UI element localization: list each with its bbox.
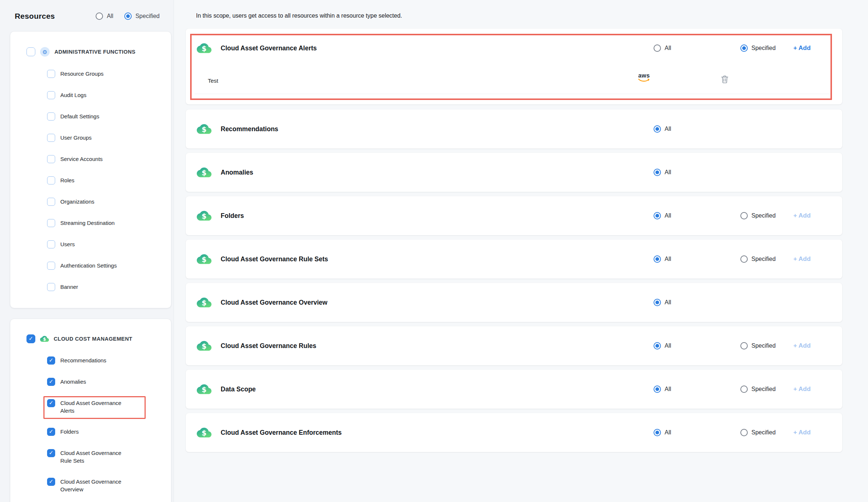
resource-checkbox-item[interactable]: Service Accounts — [47, 155, 166, 163]
checkbox-icon — [47, 428, 55, 436]
resource-group-card: ⚙ ADMINISTRATIVE FUNCTIONS Resource Grou… — [10, 32, 171, 308]
resource-checkbox-item[interactable]: Resource Groups — [47, 70, 166, 78]
all-radio[interactable]: All — [654, 255, 671, 263]
resource-item-label: Anomalies — [60, 378, 86, 386]
all-radio[interactable]: All — [654, 212, 671, 219]
resource-type-row: $ Data Scope All Specified + Add — [186, 370, 842, 409]
checkbox-icon — [47, 240, 55, 248]
specified-radio[interactable]: Specified — [740, 44, 776, 52]
resources-specified-radio[interactable]: Specified — [124, 12, 160, 20]
radio-label: All — [665, 299, 671, 306]
resource-checkbox-item[interactable]: Cloud Asset Governance Overview — [47, 478, 166, 493]
specified-radio[interactable]: Specified — [740, 342, 776, 349]
checkbox-icon — [47, 449, 55, 457]
specified-radio[interactable]: Specified — [740, 212, 776, 219]
all-radio[interactable]: All — [654, 386, 671, 393]
specified-radio[interactable]: Specified — [740, 255, 776, 263]
svg-text:$: $ — [202, 212, 206, 220]
cloud-dollar-icon: $ — [40, 334, 49, 343]
delete-entry-button[interactable] — [720, 74, 730, 84]
radio-icon — [740, 342, 748, 349]
resource-checkbox-item[interactable]: Folders — [47, 428, 166, 436]
resource-type-row-main: $ Cloud Asset Governance Alerts All Spec… — [186, 29, 842, 68]
resource-checkbox-item[interactable]: Default Settings — [47, 112, 166, 121]
all-radio[interactable]: All — [654, 169, 671, 176]
resource-checkbox-item[interactable]: Banner — [47, 283, 166, 291]
add-resource-button: + Add — [793, 212, 811, 219]
radio-icon — [654, 169, 661, 176]
radio-label: Specified — [751, 212, 776, 219]
radio-icon — [740, 386, 748, 393]
svg-text:$: $ — [202, 255, 206, 264]
cloud-dollar-icon: $ — [197, 208, 211, 223]
resource-item-label: Roles — [60, 176, 74, 184]
resource-item-label: Cloud Asset Governance Rule Sets — [60, 449, 131, 465]
add-resource-button: + Add — [793, 255, 811, 263]
resource-checkbox-item[interactable]: Audit Logs — [47, 91, 166, 99]
resource-checkbox-item[interactable]: Users — [47, 240, 166, 248]
resource-groups-list: ⚙ ADMINISTRATIVE FUNCTIONS Resource Grou… — [0, 32, 174, 502]
checkbox-icon — [47, 478, 55, 486]
checkbox-icon — [47, 356, 55, 365]
checkbox-icon — [47, 91, 55, 99]
resource-type-row: $ Anomalies All — [186, 153, 842, 192]
gear-icon: ⚙ — [40, 47, 50, 57]
radio-icon — [740, 44, 748, 52]
cloud-dollar-icon: $ — [197, 165, 211, 180]
all-radio[interactable]: All — [654, 429, 671, 436]
radio-icon — [124, 12, 132, 20]
resource-checkbox-item[interactable]: Cloud Asset Governance Rule Sets — [47, 449, 166, 465]
aws-logo-icon: aws — [638, 73, 650, 82]
resource-checkbox-item[interactable]: Streaming Destination — [47, 219, 166, 227]
resource-checkbox-item[interactable]: Recommendations — [47, 356, 166, 365]
radio-icon — [740, 429, 748, 436]
radio-label: All — [665, 429, 671, 436]
checkbox-icon — [47, 198, 55, 206]
svg-text:$: $ — [202, 169, 206, 177]
resource-item-label: Banner — [60, 283, 78, 291]
resource-checkbox-item[interactable]: Anomalies — [47, 378, 166, 386]
resource-item-label: Streaming Destination — [60, 219, 115, 227]
specified-radio[interactable]: Specified — [740, 386, 776, 393]
resources-sidebar: Resources All Specified ⚙ ADMINISTRATIVE… — [0, 0, 174, 502]
svg-text:$: $ — [202, 125, 206, 134]
all-radio[interactable]: All — [654, 44, 671, 52]
all-radio[interactable]: All — [654, 342, 671, 349]
all-radio[interactable]: All — [654, 299, 671, 306]
radio-label: Specified — [751, 386, 776, 392]
add-resource-button[interactable]: + Add — [793, 44, 811, 52]
all-radio[interactable]: All — [654, 125, 671, 133]
radio-label: Specified — [751, 256, 776, 262]
resources-all-radio[interactable]: All — [96, 12, 113, 20]
checkbox-icon — [47, 134, 55, 142]
resource-type-title: Cloud Asset Governance Alerts — [221, 44, 317, 52]
radio-label: All — [665, 343, 671, 349]
checkbox-icon — [47, 155, 55, 163]
cloud-dollar-icon: $ — [197, 252, 211, 266]
add-resource-button: + Add — [793, 342, 811, 349]
entry-name: Test — [208, 78, 218, 84]
radio-icon — [654, 299, 661, 306]
group-checkbox[interactable] — [26, 334, 35, 343]
resource-type-row: $ Cloud Asset Governance Enforcements Al… — [186, 413, 842, 452]
radio-icon — [654, 429, 661, 436]
radio-label: Specified — [751, 429, 776, 436]
resource-checkbox-item[interactable]: User Groups — [47, 134, 166, 142]
resource-checkbox-item[interactable]: Roles — [47, 176, 166, 184]
resource-type-row: $ Cloud Asset Governance Alerts All Spec… — [186, 29, 842, 104]
resource-item-label: Resource Groups — [60, 70, 104, 78]
sidebar-header: Resources All Specified — [15, 12, 160, 21]
scope-description: In this scope, users get access to all r… — [196, 12, 868, 19]
resource-item-label: Audit Logs — [60, 91, 86, 99]
cloud-dollar-icon: $ — [197, 425, 211, 440]
group-checkbox[interactable] — [26, 47, 35, 56]
resource-checkbox-item[interactable]: Organizations — [47, 198, 166, 206]
resource-checkbox-item[interactable]: Cloud Asset Governance Alerts — [47, 399, 166, 415]
resource-type-row-main: $ Cloud Asset Governance Rules All Speci… — [186, 326, 842, 365]
radio-label: All — [665, 45, 671, 51]
resource-checkbox-item[interactable]: Authentication Settings — [47, 262, 166, 270]
resource-type-row-main: $ Data Scope All Specified + Add — [186, 370, 842, 409]
checkbox-icon — [47, 399, 55, 407]
specified-radio[interactable]: Specified — [740, 429, 776, 436]
radio-icon — [654, 342, 661, 349]
